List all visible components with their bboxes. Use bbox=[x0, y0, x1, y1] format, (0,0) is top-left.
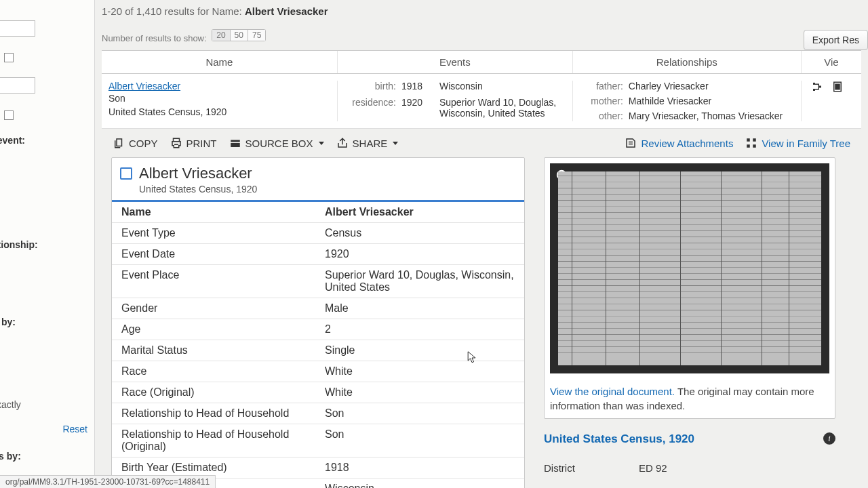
detail-value: 1920 bbox=[325, 248, 515, 260]
filters-sidebar: a life event: a relationship: cords by: … bbox=[0, 0, 95, 488]
detail-value: Wisconsin bbox=[325, 483, 515, 488]
detail-value: Male bbox=[325, 302, 515, 314]
detail-value: White bbox=[325, 386, 515, 399]
detail-value: White bbox=[325, 365, 515, 378]
detail-key: Age bbox=[121, 323, 325, 336]
col-relationships: Relationships bbox=[572, 51, 801, 73]
review-attachments-link[interactable]: Review Attachments bbox=[625, 137, 733, 149]
event-year: 1918 bbox=[401, 81, 434, 92]
col-name: Name bbox=[102, 51, 337, 73]
document-thumbnail[interactable] bbox=[550, 163, 829, 373]
detail-row: Race (Original)White bbox=[112, 382, 524, 403]
copy-button[interactable]: COPY bbox=[113, 137, 158, 149]
detail-row: Event Date1920 bbox=[112, 244, 524, 265]
view-family-tree-link[interactable]: View in Family Tree bbox=[745, 137, 850, 149]
event-label: residence: bbox=[347, 97, 396, 119]
person-source: United States Census, 1920 bbox=[108, 106, 337, 117]
detail-row: NameAlbert Vriesacker bbox=[112, 202, 524, 223]
detail-value: Census bbox=[325, 227, 515, 239]
detail-key: Birth Year (Estimated) bbox=[121, 462, 325, 474]
document-icon[interactable] bbox=[831, 81, 844, 93]
detail-value: 2 bbox=[325, 323, 515, 336]
detail-value: Albert Vriesacker bbox=[325, 206, 515, 218]
detail-value: Superior Ward 10, Douglas, Wisconsin, Un… bbox=[325, 269, 515, 293]
detail-row: RaceWhite bbox=[112, 361, 524, 382]
result-row: Albert Vriesacker Son United States Cens… bbox=[102, 74, 861, 129]
event-value: Superior Ward 10, Douglas, Wisconsin, Un… bbox=[439, 97, 572, 119]
detail-subtitle: United States Census, 1920 bbox=[139, 184, 515, 195]
detail-row: Relationship to Head of HouseholdSon bbox=[112, 403, 524, 424]
detail-title: Albert Vriesacker bbox=[139, 165, 515, 182]
rel-value: Mary Vriesacker, Thomas Vriesacker bbox=[629, 110, 801, 121]
record-icon bbox=[120, 167, 132, 180]
per-page-20[interactable]: 20 bbox=[212, 29, 230, 41]
detail-value: Son bbox=[325, 407, 515, 420]
detail-key: Event Place bbox=[121, 269, 325, 293]
filter-input-1[interactable] bbox=[0, 20, 35, 37]
document-image-box: View the original document. The original… bbox=[544, 157, 835, 419]
person-role: Son bbox=[108, 93, 337, 104]
results-per-page: Number of results to show: 205075 bbox=[102, 29, 861, 43]
event-year: 1920 bbox=[401, 97, 434, 119]
rel-label: other: bbox=[583, 110, 623, 121]
checkbox-1[interactable] bbox=[4, 53, 14, 62]
results-header: 1-20 of 1,410 results for Name: Albert V… bbox=[102, 5, 861, 17]
export-button[interactable]: Export Res bbox=[804, 30, 868, 50]
tree-icon[interactable] bbox=[811, 81, 823, 93]
view-original-link[interactable]: View the original document. bbox=[550, 386, 675, 397]
rel-label: mother: bbox=[583, 96, 623, 106]
person-link[interactable]: Albert Vriesacker bbox=[108, 81, 337, 92]
detail-value: Single bbox=[325, 344, 515, 357]
per-page-50[interactable]: 50 bbox=[231, 29, 248, 41]
detail-key: Event Date bbox=[121, 248, 325, 260]
detail-row: Event PlaceSuperior Ward 10, Douglas, Wi… bbox=[112, 265, 524, 298]
info-icon[interactable]: i bbox=[823, 432, 835, 445]
sourcebox-button[interactable]: SOURCE BOX bbox=[229, 137, 324, 149]
reset-link[interactable]: Reset bbox=[0, 424, 87, 434]
exactly-label: rms exactly bbox=[0, 399, 94, 410]
detail-value: Son bbox=[325, 428, 515, 453]
detail-key: Name bbox=[121, 206, 325, 218]
caret-down-icon bbox=[319, 142, 324, 145]
relationship-label: a relationship: bbox=[0, 239, 94, 250]
event-label: birth: bbox=[347, 81, 396, 92]
collection-title[interactable]: United States Census, 1920 bbox=[544, 432, 835, 446]
event-value: Wisconsin bbox=[439, 81, 572, 92]
detail-key: Relationship to Head of Household bbox=[121, 407, 325, 420]
detail-row: Event TypeCensus bbox=[112, 223, 524, 244]
records-by-label: cords by: bbox=[0, 317, 94, 327]
caret-down-icon bbox=[393, 142, 398, 145]
document-caption: View the original document. The original… bbox=[550, 384, 829, 413]
detail-key: Relationship to Head of Household (Origi… bbox=[121, 428, 325, 453]
status-url: org/pal/MM9.3.1/TH-1951-23000-10731-69?c… bbox=[0, 475, 216, 488]
results-header-row: Name Events Relationships Vie bbox=[102, 50, 861, 74]
er-link[interactable]: er bbox=[0, 354, 94, 365]
district-key: District bbox=[544, 462, 639, 474]
detail-row: Marital StatusSingle bbox=[112, 340, 524, 361]
detail-row: GenderMale bbox=[112, 298, 524, 319]
record-detail-card: Albert Vriesacker United States Census, … bbox=[111, 157, 525, 488]
detail-key: Race bbox=[121, 365, 325, 378]
print-button[interactable]: PRINT bbox=[170, 137, 217, 149]
detail-key: Race (Original) bbox=[121, 386, 325, 399]
detail-value: 1918 bbox=[325, 462, 515, 474]
per-page-75[interactable]: 75 bbox=[248, 29, 266, 41]
col-events: Events bbox=[337, 51, 572, 73]
detail-key: Event Type bbox=[121, 227, 325, 239]
life-event-label: a life event: bbox=[0, 135, 94, 146]
share-button[interactable]: SHARE bbox=[336, 137, 399, 149]
checkbox-2[interactable] bbox=[4, 110, 14, 120]
detail-key: Marital Status bbox=[121, 344, 325, 357]
district-value: ED 92 bbox=[639, 462, 667, 474]
rel-value: Charley Vriesacker bbox=[629, 81, 801, 92]
rel-value: Mathilde Vriesacker bbox=[629, 96, 801, 106]
col-view: Vie bbox=[801, 51, 861, 73]
results-by-label: results by: bbox=[0, 451, 94, 462]
action-bar: COPY PRINT SOURCE BOX SHARE Review Attac… bbox=[102, 129, 861, 157]
detail-row: Relationship to Head of Household (Origi… bbox=[112, 424, 524, 458]
detail-row: Age2 bbox=[112, 319, 524, 340]
rel-label: father: bbox=[583, 81, 623, 92]
filter-input-2[interactable] bbox=[0, 77, 35, 94]
detail-key: Gender bbox=[121, 302, 325, 314]
